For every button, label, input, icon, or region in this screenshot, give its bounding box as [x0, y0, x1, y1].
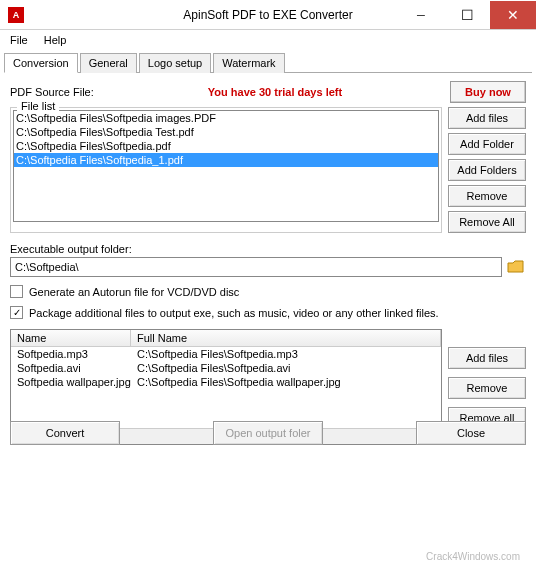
add-folder-button[interactable]: Add Folder: [448, 133, 526, 155]
menu-help[interactable]: Help: [38, 32, 73, 48]
remove-button[interactable]: Remove: [448, 185, 526, 207]
additional-file-row[interactable]: Softpedia.aviC:\Softpedia Files\Softpedi…: [11, 361, 441, 375]
tab-bar: Conversion General Logo setup Watermark: [4, 52, 532, 73]
output-folder-label: Executable output folder:: [10, 243, 526, 255]
autorun-label: Generate an Autorun file for VCD/DVD dis…: [29, 286, 239, 298]
addl-remove-button[interactable]: Remove: [448, 377, 526, 399]
tab-watermark[interactable]: Watermark: [213, 53, 284, 73]
package-files-label: Package additional files to output exe, …: [29, 307, 439, 319]
column-full-name[interactable]: Full Name: [131, 330, 441, 346]
addl-add-files-button[interactable]: Add files: [448, 347, 526, 369]
tab-logo-setup[interactable]: Logo setup: [139, 53, 211, 73]
add-folders-button[interactable]: Add Folders: [448, 159, 526, 181]
remove-all-button[interactable]: Remove All: [448, 211, 526, 233]
column-name[interactable]: Name: [11, 330, 131, 346]
tab-conversion[interactable]: Conversion: [4, 53, 78, 73]
maximize-button[interactable]: ☐: [444, 1, 490, 29]
tab-general[interactable]: General: [80, 53, 137, 73]
menubar: File Help: [0, 30, 536, 50]
output-folder-input[interactable]: [10, 257, 502, 277]
watermark-text: Crack4Windows.com: [426, 551, 520, 562]
browse-folder-icon[interactable]: [506, 258, 526, 276]
minimize-button[interactable]: ─: [398, 1, 444, 29]
close-window-button[interactable]: ✕: [490, 1, 536, 29]
trial-notice: You have 30 trial days left: [140, 86, 450, 98]
source-file-label: PDF Source File:: [10, 86, 140, 98]
additional-file-row[interactable]: Softpedia wallpaper.jpgC:\Softpedia File…: [11, 375, 441, 389]
menu-file[interactable]: File: [4, 32, 34, 48]
file-list-item[interactable]: C:\Softpedia Files\Softpedia images.PDF: [14, 111, 438, 125]
source-file-list[interactable]: C:\Softpedia Files\Softpedia images.PDFC…: [13, 110, 439, 222]
convert-button[interactable]: Convert: [10, 421, 120, 445]
file-list-item[interactable]: C:\Softpedia Files\Softpedia Test.pdf: [14, 125, 438, 139]
file-list-item[interactable]: C:\Softpedia Files\Softpedia_1.pdf: [14, 153, 438, 167]
buy-now-button[interactable]: Buy now: [450, 81, 526, 103]
file-list-legend: File list: [17, 100, 59, 112]
package-files-checkbox[interactable]: ✓: [10, 306, 23, 319]
additional-file-row[interactable]: Softpedia.mp3C:\Softpedia Files\Softpedi…: [11, 347, 441, 361]
add-files-button[interactable]: Add files: [448, 107, 526, 129]
app-icon: [8, 7, 24, 23]
titlebar: ApinSoft PDF to EXE Converter ─ ☐ ✕: [0, 0, 536, 30]
autorun-checkbox[interactable]: [10, 285, 23, 298]
close-button[interactable]: Close: [416, 421, 526, 445]
file-list-item[interactable]: C:\Softpedia Files\Softpedia.pdf: [14, 139, 438, 153]
open-output-folder-button[interactable]: Open output foler: [213, 421, 323, 445]
